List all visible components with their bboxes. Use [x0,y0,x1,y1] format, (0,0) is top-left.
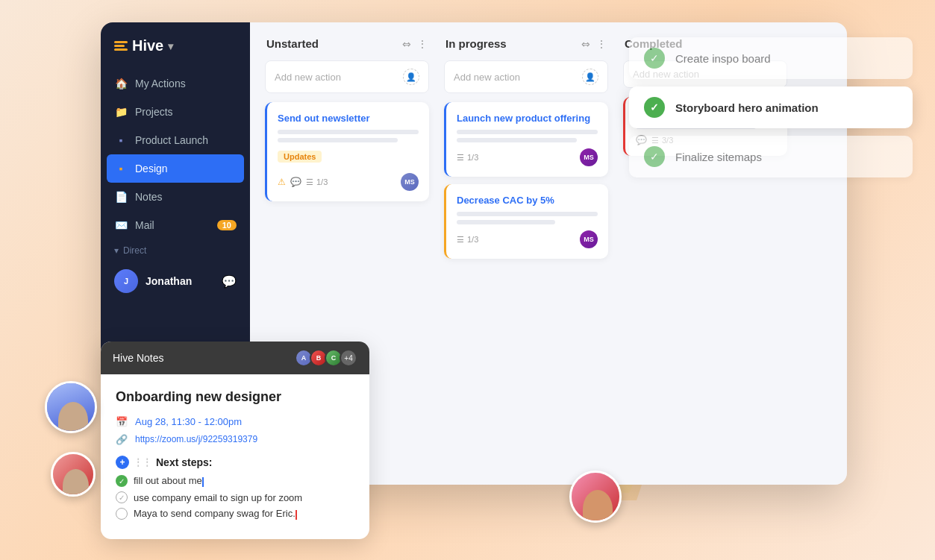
column-actions: ⇔ ⋮ [581,38,607,50]
card-count: ☰ 1/3 [457,235,478,245]
logo-icon [114,41,128,51]
app-logo[interactable]: Hive ▾ [101,37,250,69]
sidebar-item-label: Projects [135,106,173,118]
calendar-icon: 📅 [116,415,128,427]
card-decrease-cac[interactable]: Decrease CAC by 5% ☰ 1/3 MS [444,184,608,259]
add-icon[interactable]: + [116,456,129,469]
add-action-button-unstarted[interactable]: Add new action 👤 [265,60,429,93]
count-value: 1/3 [467,153,478,162]
card-count: ☰ 1/3 [306,177,328,187]
column-header-in-progress: In progress ⇔ ⋮ [444,37,608,50]
card-line [278,130,419,134]
section-label: Next steps: [156,456,212,468]
notes-link-item: 🔗 https://zoom.us/j/92259319379 [116,433,354,445]
checklist-text: Storyboard hero animation [675,101,819,114]
more-icon[interactable]: ⋮ [417,38,428,50]
sidebar-item-label: Product Launch [135,134,208,146]
sidebar-item-mail[interactable]: ✉️ Mail 10 [101,211,250,239]
floating-avatar-3 [569,471,622,523]
notes-header: Hive Notes A B C +4 [101,342,369,374]
home-icon: 🏠 [114,77,128,90]
check-icon: ✓ [644,97,665,118]
notes-more-count: +4 [340,349,357,367]
sidebar-item-label: My Actions [135,78,186,89]
card-launch-product[interactable]: Launch new product offering ☰ 1/3 MS [444,102,608,177]
card-title: Launch new product offering [457,113,598,124]
todo-text: Maya to send company swag for Eric. [134,508,297,519]
card-title: Send out newsletter [278,113,419,124]
expand-icon[interactable]: ⇔ [402,38,411,50]
drag-icon: ⋮⋮ [134,457,151,468]
logo-text: Hive [132,37,163,54]
checklist-item-1: ✓ Create inspo board [629,37,913,79]
design-icon: ▪ [114,162,128,175]
todo-text: fill out about me [134,475,204,486]
column-title: In progress [445,37,507,50]
add-person-icon: 👤 [403,69,419,85]
check-icon: ✓ [644,48,665,69]
sidebar-item-design[interactable]: ▪ Design [107,154,244,183]
sidebar-item-projects[interactable]: 📁 Projects [101,98,250,126]
expand-icon[interactable]: ⇔ [581,38,590,50]
card-line [457,138,577,142]
square-icon: ▪ [114,133,128,147]
sidebar-item-product-launch[interactable]: ▪ Product Launch [101,126,250,154]
card-footer: ☰ 1/3 MS [457,230,598,248]
floating-avatar-1 [45,381,97,433]
todo-item-1: ✓ fill out about me [116,475,354,487]
add-person-icon: 👤 [582,69,598,85]
notes-date: Aug 28, 11:30 - 12:00pm [135,416,242,427]
card-count: ☰ 1/3 [457,153,478,163]
card-avatar: MS [580,148,598,166]
card-footer: ☰ 1/3 MS [457,148,598,166]
sidebar-item-my-actions[interactable]: 🏠 My Actions [101,69,250,98]
card-footer: ⚠ 💬 ☰ 1/3 MS [278,173,419,191]
column-actions: ⇔ ⋮ [402,38,428,50]
floating-avatar-2 [51,452,96,497]
user-name: Jonathan [146,275,192,287]
mail-icon: ✉️ [114,218,128,232]
todo-item-2: ✓ use company email to sign up for zoom [116,491,354,503]
notes-link[interactable]: https://zoom.us/j/92259319379 [135,434,257,444]
add-action-label: Add new action [454,72,520,83]
count-value: 1/3 [316,177,328,186]
add-action-button-in-progress[interactable]: Add new action 👤 [444,60,608,93]
sidebar-item-label: Notes [135,191,163,203]
notes-panel: Hive Notes A B C +4 Onboarding new desig… [101,342,369,539]
count-value: 1/3 [467,235,478,244]
check-filled-icon: ✓ [116,475,128,487]
sidebar-user-jonathan[interactable]: J Jonathan 💬 [101,262,250,301]
card-avatar: MS [401,173,419,191]
card-line [457,212,598,216]
column-in-progress: In progress ⇔ ⋮ Add new action 👤 Launch … [444,37,608,470]
notes-title: Hive Notes [113,352,163,364]
notes-icon: 📄 [114,190,128,204]
card-tag: Updates [278,151,322,163]
user-avatar: J [114,269,138,293]
notes-body: Onboarding new designer 📅 Aug 28, 11:30 … [101,374,369,539]
column-title: Unstarted [266,37,319,50]
more-icon[interactable]: ⋮ [596,38,607,50]
chat-icon: 💬 [290,177,301,187]
notes-date-item: 📅 Aug 28, 11:30 - 12:00pm [116,415,354,427]
chat-icon: 💬 [222,274,237,289]
todo-text: use company email to sign up for zoom [134,492,302,503]
folder-icon: 📁 [114,105,128,119]
column-header-unstarted: Unstarted ⇔ ⋮ [265,37,429,50]
check-icon: ✓ [644,146,665,167]
card-title: Decrease CAC by 5% [457,195,598,206]
card-send-newsletter[interactable]: Send out newsletter Updates ⚠ 💬 ☰ 1/3 MS [265,102,429,201]
notes-document-title: Onboarding new designer [116,389,354,405]
warning-icon: ⚠ [278,177,286,187]
sidebar-item-notes[interactable]: 📄 Notes [101,183,250,211]
checklist-text: Finalize sitemaps [675,151,762,163]
card-line [457,130,598,134]
notes-avatars: A B C +4 [295,349,357,367]
sidebar-item-label: Mail [135,219,154,231]
logo-dropdown-icon[interactable]: ▾ [168,40,173,52]
card-line [278,138,398,142]
section-label: Direct [123,245,146,256]
direct-section: ▾ Direct [101,239,250,262]
checklist-panel: ✓ Create inspo board ✓ Storyboard hero a… [629,37,913,185]
card-line [457,220,555,224]
